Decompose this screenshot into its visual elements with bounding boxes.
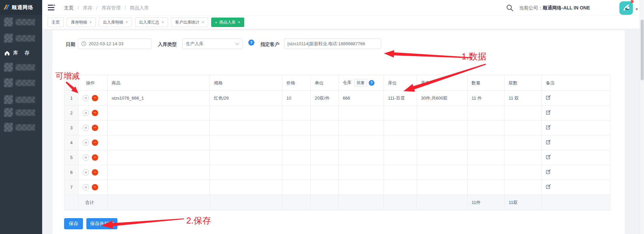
cell-product[interactable]: [108, 106, 210, 121]
sidebar-toggle-icon[interactable]: [48, 4, 56, 11]
cell-product[interactable]: [108, 121, 210, 135]
cell-pairs[interactable]: [505, 135, 542, 150]
save-and-print-button[interactable]: 保存并打印: [86, 218, 117, 229]
cell-unit[interactable]: 20双/件: [311, 91, 339, 106]
cell-location[interactable]: 111-百度: [384, 91, 417, 106]
breadcrumb-inventory-mgmt[interactable]: 库存管理: [102, 5, 120, 10]
cell-unit[interactable]: [311, 150, 339, 165]
breadcrumb-inventory[interactable]: 库存: [83, 5, 92, 10]
tab-inventory-detail[interactable]: 库存明细 ×: [67, 18, 96, 27]
add-row-button[interactable]: +: [83, 154, 89, 161]
cell-price[interactable]: 10: [282, 91, 311, 106]
sidebar-item-blurred[interactable]: [0, 34, 42, 44]
cell-qty[interactable]: 11 件: [468, 91, 505, 106]
avatar-dropdown-caret[interactable]: ▼: [635, 7, 639, 11]
remove-row-button[interactable]: −: [92, 139, 98, 146]
cell-spec[interactable]: [210, 135, 282, 150]
cell-spec[interactable]: 红色/29: [210, 91, 282, 106]
cell-unit[interactable]: [311, 135, 339, 150]
cell-spec[interactable]: [210, 150, 282, 165]
help-icon[interactable]: ?: [248, 40, 254, 46]
cell-warehouse[interactable]: [339, 135, 384, 150]
customer-input[interactable]: [stzs10114]新新鞋业,电话:18899887766: [284, 38, 381, 49]
cell-pairs[interactable]: [505, 150, 542, 165]
sidebar-item-inventory[interactable]: 库 存: [0, 49, 42, 57]
cell-location[interactable]: [384, 135, 417, 150]
batch-toggle[interactable]: 批量: [354, 79, 367, 87]
close-icon[interactable]: ×: [89, 20, 92, 25]
remove-row-button[interactable]: −: [92, 154, 98, 161]
avatar[interactable]: [619, 1, 633, 15]
cell-qty[interactable]: [468, 165, 505, 180]
cell-unit[interactable]: [311, 106, 339, 121]
tab-inout-summary[interactable]: 出入库汇总 ×: [135, 18, 168, 27]
cell-product[interactable]: [108, 180, 210, 195]
cell-warehouse[interactable]: [339, 121, 384, 135]
close-icon[interactable]: ×: [238, 20, 240, 25]
edit-remark-icon[interactable]: [546, 125, 551, 130]
add-row-button[interactable]: +: [83, 110, 89, 116]
cell-warehouse[interactable]: 666: [339, 91, 384, 106]
cell-product[interactable]: stzs1076_666_1: [108, 91, 210, 106]
sidebar-item-blurred[interactable]: [0, 63, 42, 73]
cell-warehouse[interactable]: [339, 106, 384, 121]
tab-inout-detail[interactable]: 出入库明细 ×: [99, 18, 132, 27]
close-icon[interactable]: ×: [202, 20, 204, 25]
cell-price[interactable]: [282, 106, 311, 121]
cell-qty[interactable]: [468, 180, 505, 195]
cell-location[interactable]: [384, 180, 417, 195]
cell-location[interactable]: [384, 165, 417, 180]
sidebar-item-blurred[interactable]: [0, 123, 42, 133]
tab-home[interactable]: 主页: [48, 18, 64, 27]
tab-product-inbound-active[interactable]: ● 商品入库 ×: [211, 18, 244, 27]
cell-pairs[interactable]: [505, 180, 542, 195]
cell-unit[interactable]: [311, 180, 339, 195]
cell-spec[interactable]: [210, 180, 282, 195]
tab-customer-outbound-stats[interactable]: 客户出库统计 ×: [171, 18, 208, 27]
save-button[interactable]: 保存: [64, 218, 83, 229]
cell-qty[interactable]: [468, 121, 505, 135]
scrollbar-thumb[interactable]: [641, 20, 644, 80]
page-scrollbar[interactable]: [640, 0, 644, 234]
add-row-button[interactable]: +: [83, 139, 89, 146]
cell-spec[interactable]: [210, 121, 282, 135]
cell-price[interactable]: [282, 150, 311, 165]
batch-help-icon[interactable]: ?: [369, 80, 374, 86]
cell-pairs[interactable]: [505, 121, 542, 135]
cell-price[interactable]: [282, 165, 311, 180]
remove-row-button[interactable]: −: [92, 184, 98, 190]
sidebar-item-blurred[interactable]: [0, 18, 42, 28]
add-row-button[interactable]: +: [83, 125, 89, 131]
close-icon[interactable]: ×: [162, 20, 164, 25]
search-icon[interactable]: [506, 4, 513, 11]
cell-warehouse[interactable]: [339, 180, 384, 195]
date-input[interactable]: 2022-03-12 14:33: [78, 38, 151, 49]
cell-product[interactable]: [108, 150, 210, 165]
remove-row-button[interactable]: −: [92, 169, 98, 176]
edit-remark-icon[interactable]: [546, 169, 551, 175]
cell-location[interactable]: [384, 150, 417, 165]
cell-product[interactable]: [108, 165, 210, 180]
inbound-type-select[interactable]: 生产入库: [182, 38, 243, 49]
cell-spec[interactable]: [210, 165, 282, 180]
edit-remark-icon[interactable]: [546, 154, 551, 160]
cell-price[interactable]: [282, 180, 311, 195]
cell-spec[interactable]: [210, 106, 282, 121]
cell-price[interactable]: [282, 135, 311, 150]
cell-location[interactable]: [384, 106, 417, 121]
sidebar-item-blurred[interactable]: [0, 78, 42, 88]
sidebar-item-blurred[interactable]: [0, 95, 42, 105]
remove-row-button[interactable]: −: [92, 125, 98, 131]
edit-remark-icon[interactable]: [546, 110, 551, 115]
breadcrumb-home[interactable]: 主页: [64, 5, 74, 10]
cell-qty[interactable]: [468, 150, 505, 165]
close-icon[interactable]: ×: [125, 20, 128, 25]
cell-pairs[interactable]: [505, 106, 542, 121]
cell-qty[interactable]: [468, 135, 505, 150]
edit-remark-icon[interactable]: [546, 95, 551, 100]
edit-remark-icon[interactable]: [546, 139, 551, 145]
add-row-button[interactable]: +: [83, 169, 89, 176]
cell-warehouse[interactable]: [339, 150, 384, 165]
sidebar-item-blurred[interactable]: [0, 108, 42, 118]
logo[interactable]: 顺通网络: [0, 0, 42, 15]
